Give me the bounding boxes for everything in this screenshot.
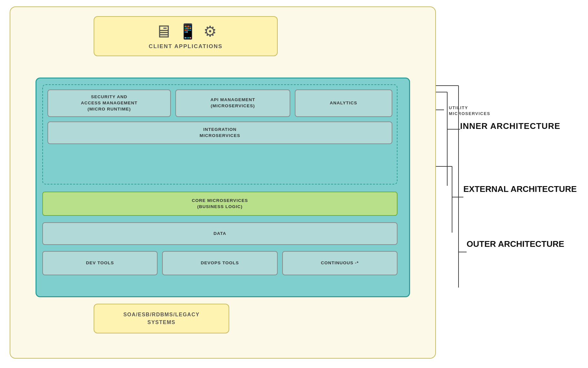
continuous-box: CONTINUOUS -*	[282, 251, 397, 275]
inner-architecture-label: INNER ARCHITECTURE	[460, 121, 560, 131]
api-management-box: API MANAGEMENT (MICROSERVICES)	[175, 89, 290, 117]
dev-tools-box: DEV TOOLS	[42, 251, 158, 275]
core-microservices-box: CORE MICROSERVICES (BUSINESS LOGIC)	[42, 192, 397, 216]
bottom-row: DEV TOOLS DEVOPS TOOLS CONTINUOUS -*	[42, 251, 397, 275]
devops-tools-box: DEVOPS TOOLS	[162, 251, 277, 275]
client-apps-icons: 🖥 📱 ⚙	[155, 23, 217, 40]
external-architecture-label: EXTERNAL ARCHITECTURE	[463, 184, 577, 194]
security-box: SECURITY AND ACCESS MANAGEMENT (MICRO RU…	[47, 89, 171, 117]
file-gear-icon: ⚙	[203, 24, 217, 39]
client-apps-box: 🖥 📱 ⚙ CLIENT APPLICATIONS	[94, 16, 278, 56]
legacy-systems-box: SOA/ESB/RDBMS/LEGACY SYSTEMS	[94, 304, 229, 333]
integration-microservices-box: INTEGRATION MICROSERVICES	[47, 121, 392, 144]
client-apps-label: CLIENT APPLICATIONS	[149, 43, 223, 50]
utility-microservices-label: UTILITY MICROSERVICES	[449, 105, 490, 117]
analytics-box: ANALYTICS	[295, 89, 392, 117]
data-box: DATA	[42, 222, 397, 245]
monitor-icon: 🖥	[155, 23, 172, 40]
outer-architecture-label: OUTER ARCHITECTURE	[467, 239, 564, 249]
legacy-label: SOA/ESB/RDBMS/LEGACY SYSTEMS	[123, 311, 200, 326]
tablet-icon: 📱	[179, 24, 197, 39]
dashed-inner-box: SECURITY AND ACCESS MANAGEMENT (MICRO RU…	[42, 84, 397, 184]
diagram-container: 🖥 📱 ⚙ CLIENT APPLICATIONS SECURITY AND A…	[10, 6, 578, 362]
row-utility-services: SECURITY AND ACCESS MANAGEMENT (MICRO RU…	[47, 89, 392, 117]
inner-teal-box: SECURITY AND ACCESS MANAGEMENT (MICRO RU…	[36, 78, 410, 297]
